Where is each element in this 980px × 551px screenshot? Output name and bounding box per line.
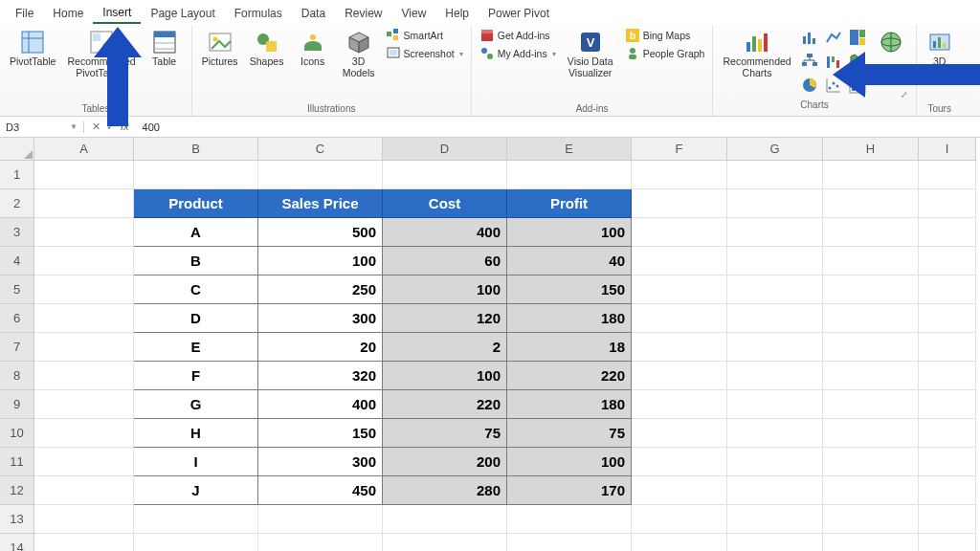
cell[interactable]: J (134, 476, 258, 505)
cell[interactable] (34, 161, 134, 189)
cell[interactable] (727, 476, 823, 505)
cell[interactable] (632, 476, 727, 505)
cell[interactable]: 100 (383, 362, 507, 390)
row-header[interactable]: 7 (0, 333, 34, 362)
cell[interactable] (919, 476, 976, 505)
get-addins-button[interactable]: Get Add-ins (478, 27, 558, 44)
cell[interactable]: 40 (507, 247, 632, 276)
row-header[interactable]: 4 (0, 247, 34, 276)
row-header[interactable]: 11 (0, 448, 34, 476)
cell[interactable] (727, 189, 823, 218)
cell[interactable] (134, 534, 258, 551)
cell[interactable]: 400 (383, 218, 507, 247)
cell[interactable]: 100 (383, 276, 507, 304)
cell[interactable]: 250 (258, 276, 383, 304)
cell[interactable]: Product (134, 189, 258, 218)
cell[interactable]: E (134, 333, 258, 362)
cell[interactable]: 300 (258, 304, 383, 333)
cell[interactable]: D (134, 304, 258, 333)
row-header[interactable]: 10 (0, 419, 34, 448)
cell[interactable] (919, 161, 976, 189)
cell[interactable]: C (134, 276, 258, 304)
cell[interactable] (258, 161, 383, 189)
cell[interactable]: 18 (507, 333, 632, 362)
pivottable-button[interactable]: PivotTable (6, 27, 59, 70)
row-header[interactable]: 12 (0, 476, 34, 505)
cell[interactable]: 320 (258, 362, 383, 390)
cell[interactable]: 280 (383, 476, 507, 505)
pictures-button[interactable]: Pictures (198, 27, 242, 70)
cell[interactable] (632, 505, 727, 534)
col-header-a[interactable]: A (34, 138, 134, 161)
cell[interactable] (632, 189, 727, 218)
cell[interactable]: 100 (507, 218, 632, 247)
cell[interactable] (258, 505, 383, 534)
tab-insert[interactable]: Insert (93, 2, 141, 24)
cell[interactable]: 75 (383, 419, 507, 448)
cell[interactable] (919, 333, 976, 362)
cell[interactable] (632, 333, 727, 362)
cell[interactable] (632, 362, 727, 390)
cell[interactable] (34, 534, 134, 551)
row-header[interactable]: 1 (0, 161, 34, 189)
cell[interactable] (632, 247, 727, 276)
cell[interactable] (823, 448, 919, 476)
bing-maps-button[interactable]: bBing Maps (623, 27, 707, 44)
cell[interactable]: B (134, 247, 258, 276)
cell[interactable]: F (134, 362, 258, 390)
cell[interactable] (823, 333, 919, 362)
tab-home[interactable]: Home (43, 3, 93, 23)
col-header-h[interactable]: H (823, 138, 919, 161)
cell[interactable] (823, 161, 919, 189)
row-header[interactable]: 13 (0, 505, 34, 534)
cell[interactable] (34, 189, 134, 218)
cell[interactable] (34, 218, 134, 247)
cell[interactable] (919, 276, 976, 304)
cell[interactable]: 75 (507, 419, 632, 448)
cell[interactable] (727, 390, 823, 419)
cell[interactable] (727, 218, 823, 247)
3d-models-button[interactable]: 3D Models (338, 27, 380, 80)
row-header[interactable]: 2 (0, 189, 34, 218)
shapes-button[interactable]: Shapes (246, 27, 288, 70)
cell[interactable] (823, 362, 919, 390)
select-all-corner[interactable] (0, 138, 34, 161)
row-header[interactable]: 5 (0, 276, 34, 304)
cell[interactable] (383, 505, 507, 534)
tab-formulas[interactable]: Formulas (225, 3, 292, 23)
cell[interactable]: 60 (383, 247, 507, 276)
cell[interactable] (727, 505, 823, 534)
cell[interactable] (727, 247, 823, 276)
cell[interactable] (383, 534, 507, 551)
icons-button[interactable]: Icons (292, 27, 334, 70)
cell[interactable]: 20 (258, 333, 383, 362)
cell[interactable] (919, 362, 976, 390)
tab-power-pivot[interactable]: Power Pivot (479, 3, 559, 23)
cell[interactable] (507, 161, 632, 189)
cell[interactable]: Profit (507, 189, 632, 218)
cell[interactable]: 180 (507, 304, 632, 333)
cell[interactable]: Sales Price (258, 189, 383, 218)
tab-page-layout[interactable]: Page Layout (141, 3, 224, 23)
row-header[interactable]: 14 (0, 534, 34, 551)
cell[interactable]: 180 (507, 390, 632, 419)
recommended-charts-button[interactable]: Recommended Charts (719, 27, 794, 80)
cell[interactable]: H (134, 419, 258, 448)
cell[interactable]: 150 (507, 276, 632, 304)
cell[interactable]: 120 (383, 304, 507, 333)
row-header[interactable]: 3 (0, 218, 34, 247)
cell[interactable] (823, 218, 919, 247)
cell[interactable]: A (134, 218, 258, 247)
cell[interactable]: 220 (507, 362, 632, 390)
cell[interactable] (919, 505, 976, 534)
cell[interactable]: 450 (258, 476, 383, 505)
cell[interactable] (823, 189, 919, 218)
screenshot-button[interactable]: Screenshot▾ (384, 45, 465, 62)
pie-chart-button[interactable] (799, 75, 820, 96)
cell[interactable] (919, 534, 976, 551)
cell[interactable] (34, 419, 134, 448)
cell[interactable] (919, 189, 976, 218)
col-header-f[interactable]: F (632, 138, 727, 161)
cell[interactable] (34, 362, 134, 390)
cell[interactable] (727, 333, 823, 362)
